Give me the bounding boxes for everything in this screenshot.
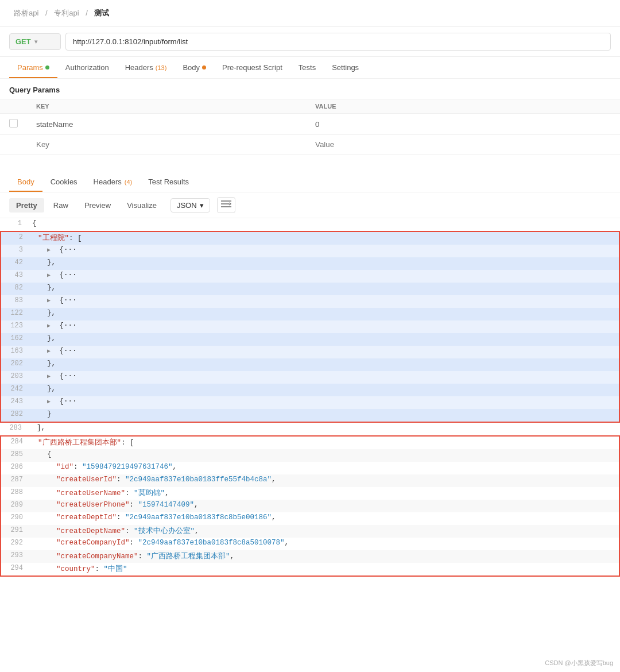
- preview-button[interactable]: Preview: [78, 198, 118, 213]
- value-col-header: VALUE: [306, 99, 620, 114]
- json-line: 285 {: [1, 449, 619, 462]
- json-line: 82 },: [1, 283, 619, 295]
- headers-badge: (13): [156, 64, 167, 71]
- method-label: GET: [16, 37, 31, 46]
- params-dot: [45, 65, 49, 69]
- json-line: 287 "createUserId": "2c949aaf837e10ba018…: [1, 474, 619, 487]
- tab-prerequest[interactable]: Pre-request Script: [214, 57, 290, 78]
- json-line: 293 "createCompanyName": "广西路桥工程集团本部",: [1, 550, 619, 563]
- tab-tests-label: Tests: [299, 63, 316, 72]
- format-bar: Pretty Raw Preview Visualize JSON ▾: [0, 192, 620, 218]
- breadcrumb-part: 测试: [94, 9, 109, 17]
- key-col-header: KEY: [27, 99, 306, 114]
- json-line: 290 "createDeptId": "2c949aaf837e10ba018…: [1, 512, 619, 525]
- response-tabs: Body Cookies Headers (4) Test Results: [0, 172, 620, 192]
- tab-prerequest-label: Pre-request Script: [222, 63, 282, 72]
- json-line: 284 "广西路桥工程集团本部": [: [1, 437, 619, 449]
- json-line: 163 ▶ {···: [1, 346, 619, 358]
- raw-button[interactable]: Raw: [46, 198, 75, 213]
- json-line: 288 "createUserName": "莫昀锦",: [1, 487, 619, 500]
- response-tab-body-label: Body: [17, 177, 34, 186]
- response-tab-body[interactable]: Body: [9, 172, 42, 192]
- param-value-input-2[interactable]: [315, 140, 611, 149]
- chevron-down-icon: ▾: [200, 201, 204, 210]
- tab-tests[interactable]: Tests: [290, 57, 324, 78]
- param-key-input-1[interactable]: [36, 120, 297, 129]
- params-table: KEY VALUE: [0, 99, 620, 155]
- json-line: 292 "createCompanyId": "2c949aaf837e10ba…: [1, 538, 619, 550]
- response-tab-headers[interactable]: Headers (4): [86, 172, 141, 192]
- json-highlighted-section: 2 "工程院": [ 3 ▶ {··· 42 }, 43 ▶ {··· 82 }…: [0, 231, 620, 423]
- tab-body[interactable]: Body: [175, 57, 214, 78]
- breadcrumb-separator: /: [86, 9, 90, 17]
- breadcrumb-part[interactable]: 路桥api: [14, 9, 38, 17]
- tab-headers-label: Headers: [125, 63, 153, 72]
- pretty-button[interactable]: Pretty: [9, 198, 44, 213]
- json-line: 294 "country": "中国": [1, 563, 619, 576]
- format-selector[interactable]: JSON ▾: [170, 198, 210, 213]
- tab-params-label: Params: [17, 63, 43, 72]
- url-bar: GET ▾: [0, 27, 620, 57]
- chevron-down-icon: ▾: [34, 38, 37, 45]
- param-checkbox-1[interactable]: [9, 119, 18, 128]
- json-line: 83 ▶ {···: [1, 295, 619, 308]
- body-dot: [202, 65, 206, 69]
- tab-headers[interactable]: Headers (13): [117, 57, 175, 78]
- json-line: 291 "createDeptName": "技术中心办公室",: [1, 525, 619, 538]
- json-line: 1 {: [0, 218, 620, 231]
- json-red-section: 284 "广西路桥工程集团本部": [ 285 { 286 "id": "159…: [0, 435, 620, 577]
- param-key-input-2[interactable]: [36, 140, 297, 149]
- param-row-2: [0, 135, 620, 155]
- tab-body-label: Body: [183, 63, 200, 72]
- wrap-lines-icon[interactable]: [217, 197, 235, 213]
- json-line: 123 ▶ {···: [1, 320, 619, 333]
- response-tab-cookies[interactable]: Cookies: [42, 172, 86, 192]
- breadcrumb-separator: /: [45, 9, 49, 17]
- tab-settings-label: Settings: [332, 63, 359, 72]
- spacer: [0, 155, 620, 172]
- json-viewer: 1 { 2 "工程院": [ 3 ▶ {··· 42 }, 43 ▶ {··· …: [0, 218, 620, 577]
- response-tab-headers-label: Headers: [94, 177, 122, 186]
- visualize-button[interactable]: Visualize: [120, 198, 164, 213]
- tab-authorization-label: Authorization: [65, 63, 109, 72]
- tab-params[interactable]: Params: [9, 57, 57, 78]
- response-tab-testresults[interactable]: Test Results: [140, 172, 197, 192]
- response-tab-cookies-label: Cookies: [51, 177, 78, 186]
- json-line: 43 ▶ {···: [1, 270, 619, 283]
- breadcrumb: 路桥api / 专利api / 测试: [0, 0, 620, 27]
- json-line: 3 ▶ {···: [1, 245, 619, 257]
- json-line: 202 },: [1, 358, 619, 371]
- json-line: 203 ▶ {···: [1, 371, 619, 384]
- url-input[interactable]: [65, 33, 611, 51]
- json-line: 242 },: [1, 384, 619, 396]
- response-headers-badge: (4): [125, 179, 132, 186]
- json-line: 282 }: [1, 409, 619, 422]
- json-line: 289 "createUserPhone": "15974147409",: [1, 500, 619, 512]
- query-params-header: Query Params: [0, 79, 620, 99]
- param-row-1: [0, 114, 620, 135]
- breadcrumb-part[interactable]: 专利api: [54, 9, 79, 17]
- json-line: 243 ▶ {···: [1, 396, 619, 409]
- method-selector[interactable]: GET ▾: [9, 33, 61, 50]
- json-line: 2 "工程院": [: [1, 232, 619, 245]
- format-label: JSON: [177, 201, 197, 210]
- param-value-input-1[interactable]: [315, 120, 611, 129]
- json-line: 122 },: [1, 308, 619, 320]
- tab-authorization[interactable]: Authorization: [57, 57, 117, 78]
- json-line: 162 },: [1, 333, 619, 346]
- json-line: 283 ],: [0, 423, 620, 435]
- json-line: 286 "id": "1598479219497631746",: [1, 462, 619, 474]
- response-tab-testresults-label: Test Results: [148, 177, 189, 186]
- request-tabs: Params Authorization Headers (13) Body P…: [0, 57, 620, 79]
- checkbox-col-header: [0, 99, 27, 114]
- tab-settings[interactable]: Settings: [324, 57, 367, 78]
- json-line: 42 },: [1, 257, 619, 270]
